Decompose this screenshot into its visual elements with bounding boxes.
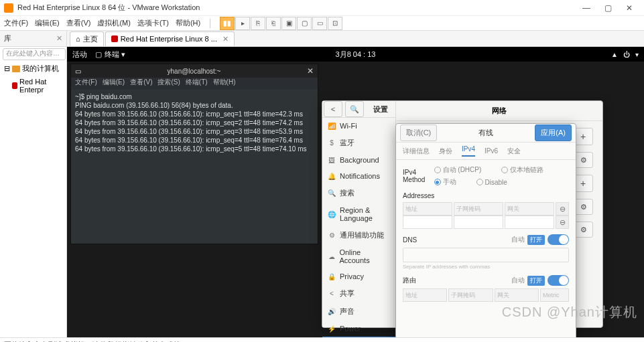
- library-sidebar: 在此处键入内容… ⊟ 我的计算机 Red Hat Enterpr: [0, 47, 67, 337]
- term-menu-help[interactable]: 帮助(H): [213, 78, 236, 90]
- maximize-button[interactable]: ▢: [597, 3, 619, 13]
- sidebar-item-search[interactable]: 🔍搜索: [322, 184, 395, 202]
- address-header-row: 地址 子网掩码 网关 ⊖: [403, 202, 569, 216]
- conn-gear-button-2[interactable]: ⚙: [574, 222, 593, 238]
- term-menu-search[interactable]: 搜索(S): [157, 78, 180, 90]
- tree-root-label: 我的计算机: [22, 64, 59, 74]
- sidebar-item-power[interactable]: ⚡Power: [322, 321, 395, 337]
- remove-row-button[interactable]: ⊖: [556, 216, 569, 229]
- home-icon: ⌂: [76, 35, 80, 43]
- terminal-body[interactable]: ~]$ ping baidu.com PING baidu.com (39.15…: [71, 90, 318, 244]
- settings-search-button[interactable]: 🔍: [345, 101, 364, 117]
- library-search[interactable]: 在此处键入内容…: [3, 48, 66, 60]
- gateway-input[interactable]: [505, 216, 554, 229]
- tb-3[interactable]: ⎗: [266, 17, 281, 30]
- sidebar-item-privacy[interactable]: 🔒Privacy: [322, 268, 395, 284]
- sidebar-item-network[interactable]: 🖧网络: [322, 337, 395, 337]
- tab-identity[interactable]: 身份: [439, 147, 452, 156]
- sidebar-item-wifi[interactable]: 📶Wi-Fi: [322, 118, 395, 134]
- tool-row: 库 ✕ ⌂ 主页 Red Hat Enterprise Linux 8 ... …: [0, 31, 644, 47]
- tab-rhel-label: Red Hat Enterprise Linux 8 ...: [121, 35, 217, 43]
- sidebar-item-bluetooth[interactable]: $蓝牙: [322, 134, 395, 152]
- tb-6[interactable]: ▭: [312, 17, 327, 30]
- sidebar-item-online-accounts[interactable]: ☁Online Accounts: [322, 244, 395, 268]
- radio-linklocal[interactable]: 仅本地链路: [501, 165, 543, 175]
- dns-hint: Separate IP addresses with commas: [403, 264, 569, 270]
- settings-back-button[interactable]: <: [324, 101, 342, 117]
- tray-power-icon: ⏻: [623, 51, 630, 58]
- sidebar-item-label: 通用辅助功能: [340, 230, 384, 240]
- apply-button[interactable]: 应用(A): [535, 124, 572, 141]
- tab-home[interactable]: ⌂ 主页: [70, 31, 104, 46]
- redhat-icon: [111, 35, 118, 42]
- speaker-icon: 🔊: [328, 308, 336, 316]
- rcol-gateway: 网关: [495, 288, 539, 302]
- tab-ipv4[interactable]: IPv4: [462, 145, 475, 157]
- menu-help[interactable]: 帮助(H): [176, 18, 200, 28]
- terminal-titlebar[interactable]: ▭ yhan@localhost:~ ✕: [71, 64, 318, 78]
- remove-row-button[interactable]: ⊖: [556, 202, 569, 216]
- menu-file[interactable]: 文件(F): [4, 18, 28, 28]
- menu-vm[interactable]: 虚拟机(M): [97, 18, 131, 28]
- radio-dhcp[interactable]: 自动 (DHCP): [434, 165, 482, 175]
- menu-tabs[interactable]: 选项卡(T): [137, 18, 169, 28]
- main-area: 在此处键入内容… ⊟ 我的计算机 Red Hat Enterpr 活动 ▢ 终端…: [0, 47, 644, 337]
- tb-7[interactable]: ⊡: [328, 17, 342, 30]
- tb-2[interactable]: ⎘: [251, 17, 265, 30]
- dns-auto-switch[interactable]: [548, 234, 569, 245]
- pause-button[interactable]: ▮▮: [220, 17, 235, 30]
- tree-rhel[interactable]: Red Hat Enterpr: [0, 76, 66, 96]
- term-menu-edit[interactable]: 编辑(E): [103, 78, 125, 90]
- netmask-input[interactable]: [454, 216, 503, 229]
- sidebar-item-region[interactable]: 🌐Region & Language: [322, 202, 395, 226]
- cloud-icon: ☁: [328, 252, 335, 260]
- dns-auto-label: 自动: [511, 235, 525, 244]
- dns-input[interactable]: [403, 248, 569, 262]
- vm-display[interactable]: 活动 ▢ 终端 ▾ 3月8 04 : 13 ▲ ⏻ ▾ ▭ yhan@local…: [67, 47, 644, 337]
- gnome-clock[interactable]: 3月8 04 : 13: [336, 50, 376, 60]
- sidebar-item-sound[interactable]: 🔊声音: [322, 303, 395, 321]
- menu-edit[interactable]: 编辑(E): [35, 18, 60, 28]
- library-close[interactable]: ✕: [56, 34, 62, 43]
- route-auto-switch[interactable]: [548, 275, 569, 286]
- wired-gear-button[interactable]: ⚙: [574, 152, 593, 168]
- app-menu[interactable]: ▢ 终端 ▾: [95, 50, 125, 60]
- address-input[interactable]: [403, 216, 452, 229]
- term-menu-file[interactable]: 文件(F): [75, 78, 97, 90]
- gnome-top-bar: 活动 ▢ 终端 ▾ 3月8 04 : 13 ▲ ⏻ ▾: [67, 47, 644, 62]
- tab-close-icon[interactable]: ✕: [222, 35, 229, 44]
- activities-button[interactable]: 活动: [72, 50, 87, 60]
- terminal-menu-icon[interactable]: ▭: [75, 68, 81, 75]
- sidebar-item-notifications[interactable]: 🔔Notifications: [322, 168, 395, 184]
- sidebar-item-accessibility[interactable]: ⚙通用辅助功能: [322, 226, 395, 244]
- term-menu-terminal[interactable]: 终端(T): [186, 78, 208, 90]
- minimize-button[interactable]: —: [576, 3, 597, 13]
- cancel-button[interactable]: 取消(C): [400, 124, 437, 141]
- vmware-icon: [4, 3, 13, 13]
- term-menu-view[interactable]: 查看(V): [130, 78, 152, 90]
- tab-ipv6[interactable]: IPv6: [485, 147, 498, 155]
- gnome-tray[interactable]: ▲ ⏻ ▾: [611, 51, 639, 58]
- address-input-row: ⊖: [403, 216, 569, 229]
- library-title: 库: [4, 33, 11, 44]
- sidebar-item-background[interactable]: 🖼Background: [322, 152, 395, 168]
- tab-security[interactable]: 安全: [507, 147, 521, 156]
- radio-manual[interactable]: 手动: [434, 177, 456, 187]
- tab-rhel[interactable]: Red Hat Enterprise Linux 8 ... ✕: [105, 31, 235, 46]
- tab-details[interactable]: 详细信息: [403, 147, 430, 156]
- tree-root[interactable]: ⊟ 我的计算机: [0, 62, 66, 76]
- globe-icon: 🌐: [328, 210, 336, 218]
- conn-gear-button[interactable]: ⚙: [574, 199, 593, 215]
- tb-4[interactable]: ▣: [281, 17, 296, 30]
- settings-title: 设置: [365, 104, 395, 114]
- tb-5[interactable]: ▢: [297, 17, 312, 30]
- radio-label: 仅本地链路: [510, 165, 543, 175]
- terminal-close-icon[interactable]: ✕: [307, 66, 314, 76]
- menu-view[interactable]: 查看(V): [66, 18, 91, 28]
- terminal-window[interactable]: ▭ yhan@localhost:~ ✕ 文件(F) 编辑(E) 查看(V) 搜…: [70, 64, 318, 244]
- tb-1[interactable]: ▸: [235, 17, 250, 30]
- search-icon: 🔍: [328, 189, 336, 197]
- sidebar-item-sharing[interactable]: <共享: [322, 284, 395, 303]
- radio-disable[interactable]: Disable: [476, 177, 507, 187]
- close-button[interactable]: ✕: [619, 3, 640, 13]
